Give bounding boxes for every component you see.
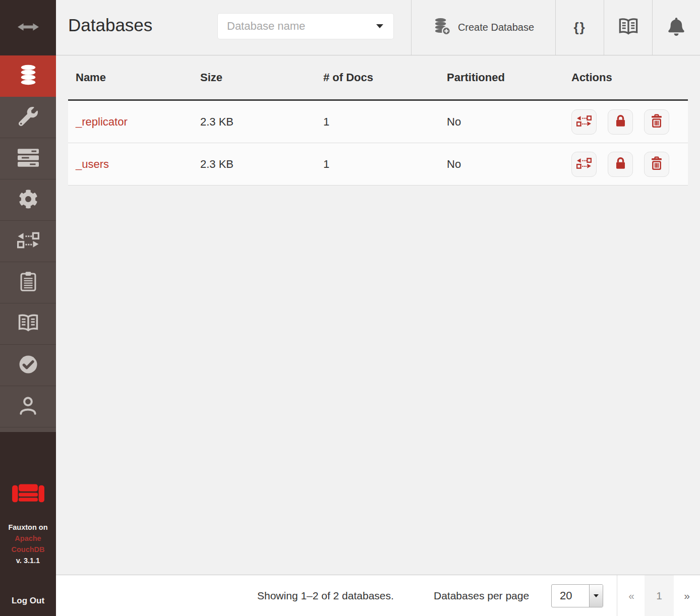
active-tasks-icon [18, 149, 39, 169]
pagination-prev-button[interactable]: « [618, 575, 645, 616]
replicate-button[interactable] [571, 109, 597, 135]
configuration-gear-icon [19, 190, 38, 211]
notifications-button[interactable] [652, 0, 700, 55]
caption-line-apache: Apache [0, 533, 56, 544]
permissions-lock-icon [614, 156, 627, 172]
expand-collapse-icon [18, 22, 39, 34]
select-dropdown-button[interactable] [589, 585, 603, 607]
logout-button[interactable]: Log Out [0, 596, 56, 606]
sidebar-item-databases[interactable] [0, 55, 56, 97]
create-database-button[interactable]: Create Database [411, 0, 555, 55]
couchdb-couch-logo[interactable] [11, 480, 45, 509]
jobs-clipboard-icon [20, 271, 37, 294]
sidebar-item-jobs[interactable] [0, 262, 56, 303]
notifications-bell-icon [668, 18, 684, 38]
pagination-next-button[interactable]: » [674, 575, 700, 616]
sidebar-brand-section: Fauxton on Apache CouchDB v. 3.1.1 Log O… [0, 432, 56, 616]
documentation-button[interactable] [604, 0, 652, 55]
database-link-users[interactable]: _users [76, 158, 109, 171]
replicate-icon [576, 115, 592, 129]
cell-size: 2.3 KB [193, 143, 316, 185]
delete-trash-icon [650, 156, 663, 172]
column-header-name: Name [68, 55, 193, 99]
documentation-book-icon [618, 18, 639, 37]
chevron-down-icon [376, 24, 383, 28]
databases-table: Name Size # of Docs Partitioned Actions … [68, 55, 688, 186]
documentation-book-icon [17, 314, 39, 334]
delete-trash-icon [650, 114, 663, 130]
per-page-label: Databases per page [434, 575, 529, 616]
showing-summary: Showing 1–2 of 2 databases. [257, 575, 394, 616]
account-person-icon [19, 396, 37, 418]
sidebar-item-account[interactable] [0, 386, 56, 427]
pagination: « 1 » [618, 575, 700, 616]
column-header-docs: # of Docs [316, 55, 439, 99]
database-name-placeholder: Database name [227, 20, 305, 33]
page-title: Databases [68, 15, 152, 35]
sidebar-item-configuration[interactable] [0, 179, 56, 221]
chevron-down-icon [594, 594, 599, 597]
column-header-size: Size [193, 55, 316, 99]
caption-line-couchdb: CouchDB [0, 544, 56, 555]
api-json-button[interactable]: {} [555, 0, 604, 55]
pagination-page-1[interactable]: 1 [645, 575, 674, 616]
column-header-actions: Actions [564, 55, 688, 99]
delete-database-button[interactable] [644, 109, 669, 135]
version-caption: Fauxton on Apache CouchDB v. 3.1.1 [0, 522, 56, 566]
replication-icon [17, 231, 39, 251]
per-page-select[interactable]: 20 [551, 584, 603, 607]
permissions-lock-icon [614, 114, 627, 130]
caption-line-fauxton: Fauxton on [0, 522, 56, 533]
table-row: _users 2.3 KB 1 No [68, 143, 688, 186]
verify-check-icon [18, 354, 38, 377]
databases-icon [19, 65, 38, 88]
footer-divider [617, 575, 617, 616]
sidebar-item-documentation[interactable] [0, 303, 56, 345]
database-name-select[interactable]: Database name [218, 14, 393, 39]
sidebar-item-verify[interactable] [0, 345, 56, 386]
sidebar-item-replication[interactable] [0, 221, 56, 262]
cell-docs: 1 [316, 143, 439, 185]
sidebar-item-active-tasks[interactable] [0, 138, 56, 179]
cell-docs: 1 [316, 101, 439, 143]
database-link-replicator[interactable]: _replicator [76, 115, 128, 129]
cell-size: 2.3 KB [193, 101, 316, 143]
column-header-partitioned: Partitioned [439, 55, 564, 99]
replicate-icon [576, 157, 592, 171]
table-header-row: Name Size # of Docs Partitioned Actions [68, 55, 688, 101]
cell-partitioned: No [439, 101, 564, 143]
caption-line-version: v. 3.1.1 [0, 555, 56, 566]
databases-content: Name Size # of Docs Partitioned Actions … [56, 55, 700, 575]
delete-database-button[interactable] [644, 152, 669, 177]
create-database-icon [433, 18, 451, 38]
permissions-button[interactable] [608, 152, 633, 177]
sidebar-item-setup[interactable] [0, 97, 56, 138]
per-page-value: 20 [552, 585, 589, 607]
setup-wrench-icon [19, 107, 38, 128]
table-row: _replicator 2.3 KB 1 No [68, 101, 688, 143]
sidebar: Fauxton on Apache CouchDB v. 3.1.1 Log O… [0, 0, 56, 616]
json-braces-icon: {} [573, 20, 586, 35]
replicate-button[interactable] [571, 152, 597, 177]
cell-partitioned: No [439, 143, 564, 185]
permissions-button[interactable] [608, 109, 633, 135]
create-database-label: Create Database [458, 22, 534, 33]
page-header: Databases Database name Create Database … [56, 0, 700, 55]
sidebar-collapse-button[interactable] [0, 0, 56, 55]
pagination-footer: Showing 1–2 of 2 databases. Databases pe… [56, 575, 700, 616]
